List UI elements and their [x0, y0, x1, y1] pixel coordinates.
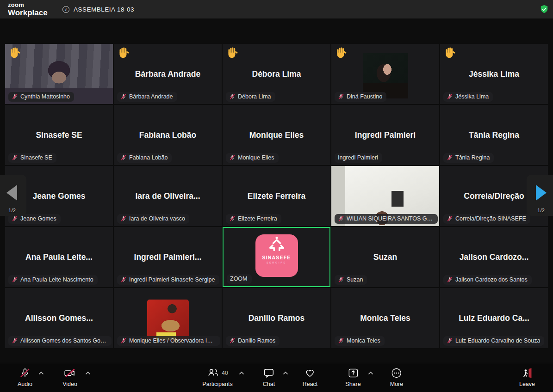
participant-label-text: Tânia Regina	[455, 154, 490, 161]
participant-label: Suzan	[335, 275, 367, 285]
chevron-left-icon	[6, 185, 17, 201]
participant-tile[interactable]: Cynthia Mattosinho	[5, 44, 113, 104]
mic-muted-icon	[12, 215, 18, 222]
participant-tile[interactable]: WILIAN SIQUEIRA SANTOS GOMES	[331, 166, 439, 226]
participant-tile[interactable]: Ingredi Palmieri... Ingredi Palmieri Sin…	[114, 227, 222, 287]
page-indicator-left: 1/2	[8, 208, 16, 213]
participants-count: 40	[222, 370, 228, 376]
participant-tile[interactable]: Débora Lima Débora Lima	[223, 44, 330, 104]
mic-muted-icon	[447, 337, 453, 344]
zoom-meeting-window: zoom Workplace i ASSEMBLEIA 18-03	[0, 0, 553, 392]
mic-muted-icon	[447, 93, 453, 100]
previous-page-button[interactable]: 1/2	[0, 175, 26, 216]
next-page-button[interactable]: 1/2	[527, 175, 553, 216]
participants-options-caret[interactable]	[239, 371, 244, 375]
participant-name: Luiz Eduardo Ca...	[444, 313, 543, 323]
participant-tile[interactable]: Luiz Eduardo Ca... Luiz Eduardo Carvalho…	[440, 288, 548, 348]
participant-tile[interactable]: Ingredi Palmieri Ingredi Palmieri	[331, 105, 439, 165]
participant-label-text: Bárbara Andrade	[129, 93, 173, 100]
top-bar: zoom Workplace i ASSEMBLEIA 18-03	[0, 0, 553, 18]
participant-name: Monique Elles	[227, 130, 326, 140]
participant-name: Fabiana Lobão	[118, 130, 217, 140]
participant-label: Monique Elles	[226, 153, 279, 163]
participants-button[interactable]: 40 Participants	[202, 367, 232, 387]
participant-label-text: Fabiana Lobão	[129, 154, 168, 161]
participant-tile[interactable]: Jéssika Lima Jéssika Lima	[440, 44, 548, 104]
video-off-icon	[63, 367, 76, 379]
participant-tile[interactable]: Monica Teles Monica Teles	[331, 288, 439, 348]
mic-muted-icon	[229, 154, 236, 161]
participant-label: Tânia Regina	[443, 153, 494, 163]
chat-options-caret[interactable]	[283, 371, 288, 375]
participant-label-text: Monique Elles	[238, 154, 274, 161]
participant-name: Allisson Gomes...	[9, 313, 108, 323]
participant-tile[interactable]: Jailson Cardozo... Jailson Cardozo dos S…	[440, 227, 548, 287]
participant-label-text: ZOOM	[230, 276, 248, 282]
mic-muted-icon	[229, 215, 236, 222]
participant-tile[interactable]: Bárbara Andrade Bárbara Andrade	[114, 44, 222, 104]
participants-label: Participants	[202, 381, 232, 387]
participant-label: Ana Paula Leite Nascimento	[8, 275, 98, 285]
participant-label: Jéssika Lima	[443, 92, 493, 102]
mic-muted-icon	[338, 215, 344, 222]
participant-tile[interactable]: SINASEFE SERGIPE ZOOM	[223, 227, 330, 287]
mic-muted-icon	[120, 276, 127, 283]
mic-muted-icon	[120, 215, 127, 222]
mic-muted-icon	[447, 154, 453, 161]
participant-label: Bárbara Andrade	[117, 92, 177, 102]
participant-label-text: Correia/Direção SINASEFE	[455, 215, 526, 222]
more-ellipsis-icon	[391, 367, 403, 379]
participant-name: Elizete Ferreira	[227, 191, 326, 201]
participant-tile[interactable]: Ana Paula Leite... Ana Paula Leite Nasci…	[5, 227, 113, 287]
meeting-title: ASSEMBLEIA 18-03	[74, 6, 134, 13]
participant-tile[interactable]: Suzan Suzan	[331, 227, 439, 287]
participant-tile[interactable]: Iara de Oliveira... Iara de Oliveira vas…	[114, 166, 222, 226]
participant-tile[interactable]: Danillo Ramos Danillo Ramos	[223, 288, 330, 348]
audio-options-caret[interactable]	[38, 371, 44, 375]
participant-label-text: Iara de Oliveira vasco	[129, 215, 185, 222]
chat-button[interactable]: Chat	[263, 367, 275, 387]
participant-tile[interactable]: Tânia Regina Tânia Regina	[440, 105, 548, 165]
react-button[interactable]: React	[303, 367, 318, 387]
participant-tile[interactable]: Monique Elles Monique Elles	[223, 105, 330, 165]
share-options-caret[interactable]	[368, 371, 373, 375]
participant-label: ZOOM	[227, 274, 252, 284]
chat-icon	[263, 367, 275, 379]
audio-button[interactable]: Audio	[18, 367, 32, 387]
mic-muted-icon	[120, 154, 127, 161]
participant-name: Ingredi Palmieri...	[118, 252, 217, 262]
participant-label-text: Jailson Cardozo dos Santos	[455, 276, 528, 283]
meeting-info-button[interactable]: i ASSEMBLEIA 18-03	[62, 0, 134, 18]
participant-label: Correia/Direção SINASEFE	[443, 214, 530, 224]
raised-hand-icon	[227, 46, 239, 59]
participant-name: Débora Lima	[227, 69, 326, 79]
participant-label-text: Monique Elles / Observadora IFS -...	[129, 337, 216, 344]
leave-button[interactable]: Leave	[519, 367, 535, 387]
react-label: React	[303, 381, 318, 387]
more-button[interactable]: More	[390, 367, 403, 387]
chat-label: Chat	[263, 381, 275, 387]
participants-icon	[207, 367, 219, 379]
participant-name: Danillo Ramos	[227, 313, 326, 323]
security-shield-icon[interactable]	[540, 5, 549, 14]
participant-tile[interactable]: Sinasefe SE Sinasefe SE	[5, 105, 113, 165]
participant-label: Jailson Cardozo dos Santos	[443, 275, 532, 285]
audio-label: Audio	[18, 381, 32, 387]
participant-tile[interactable]: Diná Faustino	[331, 44, 439, 104]
raised-hand-icon	[336, 46, 348, 59]
meeting-toolbar: Audio Video	[0, 363, 553, 392]
mic-muted-icon	[229, 93, 236, 100]
participant-tile[interactable]: Monique Elles / Observadora IFS -...	[114, 288, 222, 348]
video-options-caret[interactable]	[85, 371, 91, 375]
share-button[interactable]: Share	[345, 367, 360, 387]
participant-tile[interactable]: Elizete Ferreira Elizete Ferreira	[223, 166, 330, 226]
participant-label-text: WILIAN SIQUEIRA SANTOS GOMES	[347, 215, 434, 222]
mic-muted-icon	[447, 276, 453, 283]
video-button[interactable]: Video	[62, 367, 77, 387]
participant-tile[interactable]: Allisson Gomes... Allisson Gomes dos San…	[5, 288, 113, 348]
participant-name: Jéssika Lima	[444, 69, 543, 79]
participant-tile[interactable]: Fabiana Lobão Fabiana Lobão	[114, 105, 222, 165]
mic-muted-icon	[338, 337, 344, 344]
participant-label-text: Cynthia Mattosinho	[20, 93, 70, 100]
participant-name: Ingredi Palmieri	[336, 130, 435, 140]
